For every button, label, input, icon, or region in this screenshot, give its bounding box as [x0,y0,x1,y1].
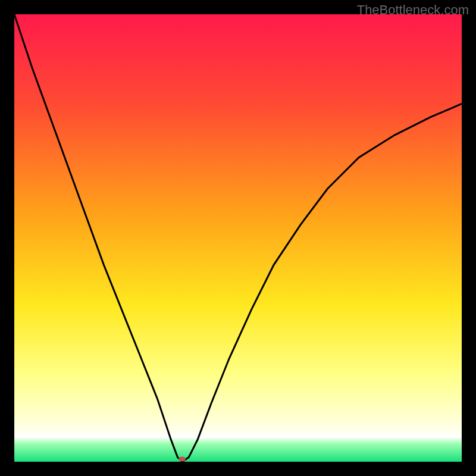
gradient-background [14,14,462,462]
watermark-text: TheBottleneck.com [357,2,469,18]
chart-frame [14,14,462,462]
bottleneck-chart [14,14,462,462]
optimum-marker [178,456,186,461]
